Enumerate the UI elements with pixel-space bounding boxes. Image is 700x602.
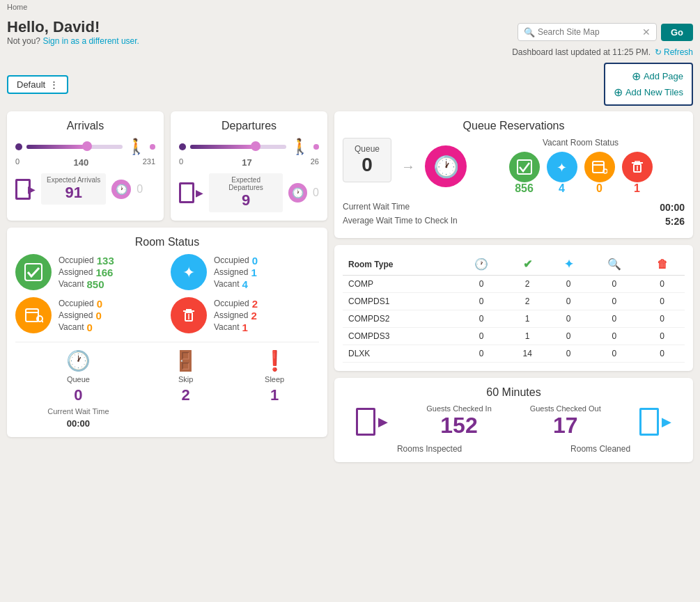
room-queue-stat: 🕐 Queue 0 Current Wait Time 00:00 xyxy=(47,349,109,429)
not-you-text: Not you? Sign in as a different user. xyxy=(7,36,139,46)
arrivals-thumb xyxy=(82,141,92,151)
table-cell: 0 xyxy=(639,276,685,293)
departures-end-dot xyxy=(313,144,319,150)
table-cell: 0 xyxy=(548,293,589,310)
vacant-orange: 0 xyxy=(584,152,615,195)
th-search: 🔍 xyxy=(589,253,639,276)
sleep-icon: ❗ xyxy=(263,349,287,372)
room-status-orange-item: Occupied0 Assigned0 Vacant0 xyxy=(15,297,164,333)
table-cell: 0 xyxy=(456,345,507,363)
table-cell: 0 xyxy=(548,345,589,363)
departures-progress-fill xyxy=(190,145,253,149)
svg-text:✦: ✦ xyxy=(557,161,567,175)
greeting: Hello, David! xyxy=(7,18,139,36)
table-cell: 0 xyxy=(639,345,685,363)
arrivals-clock-icon: 🕐 xyxy=(111,180,131,199)
table-cell: 1 xyxy=(506,328,547,345)
queue-box: Queue 0 xyxy=(343,138,391,182)
table-cell: COMPDS1 xyxy=(343,293,456,310)
refresh-link[interactable]: ↻ Refresh xyxy=(655,47,693,57)
departures-clock-val: 0 xyxy=(313,187,319,199)
table-cell: 0 xyxy=(456,276,507,293)
table-cell: 0 xyxy=(589,345,639,363)
blue-sparkle-icon: ✦ xyxy=(171,254,207,290)
table-cell: 2 xyxy=(506,276,547,293)
sixty-minutes-title: 60 Minutes xyxy=(343,386,685,399)
arrivals-expected-box: Expected Arrivals 91 xyxy=(41,173,106,205)
arrivals-clock-val: 0 xyxy=(137,183,143,196)
room-counts-blue: Occupied0 Assigned1 Vacant4 xyxy=(214,255,258,290)
search-icon: 🔍 xyxy=(524,27,535,38)
search-clear-icon[interactable]: ✕ xyxy=(642,26,651,38)
table-cell: 0 xyxy=(639,328,685,345)
queue-clock-icon: 🕐 xyxy=(66,349,91,372)
sign-in-link[interactable]: Sign in as a different user. xyxy=(42,36,139,46)
checked-out-stat: Guests Checked Out 17 xyxy=(530,404,601,438)
room-current-wait-val: 00:00 xyxy=(67,418,90,429)
svg-rect-10 xyxy=(593,161,604,173)
room-status-green-item: Occupied133 Assigned166 Vacant850 xyxy=(15,254,164,290)
arrivals-end-dot xyxy=(150,144,155,150)
room-status-card: Room Status Occupied133 Assigned166 Vaca… xyxy=(7,228,327,437)
vacant-orange-icon xyxy=(584,152,615,182)
departures-person-icon: 🚶 xyxy=(290,138,309,156)
table-cell: 0 xyxy=(639,310,685,328)
departures-arrow-icon: ▶ xyxy=(196,187,203,198)
room-current-wait-label: Current Wait Time xyxy=(47,407,109,415)
room-counts-green: Occupied133 Assigned166 Vacant850 xyxy=(59,255,114,290)
th-trash: 🗑 xyxy=(639,253,685,276)
door-out-icon: ▶ xyxy=(639,408,671,436)
table-cell: 0 xyxy=(548,310,589,328)
table-cell: DLXK xyxy=(343,345,456,363)
table-cell: 0 xyxy=(456,328,507,345)
arrivals-progress-fill xyxy=(26,145,84,149)
table-cell: COMPDS2 xyxy=(343,310,456,328)
wait-times: Current Wait Time 00:00 Average Wait Tim… xyxy=(343,202,685,227)
room-counts-red: Occupied2 Assigned2 Vacant1 xyxy=(214,298,258,333)
add-buttons-container: ⊕ Add Page ⊕ Add New Tiles xyxy=(604,63,693,106)
room-type-table-container[interactable]: Room Type 🕐 ✔ ✦ 🔍 🗑 COMP02000COMPDS10200… xyxy=(343,253,685,363)
svg-line-5 xyxy=(42,321,43,322)
vacant-red: 1 xyxy=(622,152,653,195)
arrivals-card: Arrivals 🚶 0 140 231 xyxy=(7,111,164,221)
breadcrumb: Home xyxy=(0,0,700,14)
table-cell: 2 xyxy=(506,293,547,310)
table-cell: 0 xyxy=(589,293,639,310)
add-page-button[interactable]: ⊕ Add Page xyxy=(632,70,683,83)
search-input[interactable] xyxy=(538,27,642,37)
departures-title: Departures xyxy=(179,120,319,132)
departures-door-icon xyxy=(179,182,194,203)
queue-reservations-title: Queue Reservations xyxy=(343,120,685,132)
skip-icon: 🚪 xyxy=(173,349,198,372)
green-check-icon xyxy=(15,254,52,290)
table-cell: 0 xyxy=(589,310,639,328)
table-cell: 0 xyxy=(639,293,685,310)
table-row: COMP02000 xyxy=(343,276,685,293)
room-counts-orange: Occupied0 Assigned0 Vacant0 xyxy=(59,298,102,333)
go-button[interactable]: Go xyxy=(661,24,693,41)
queue-reservations-card: Queue Reservations Queue 0 → 🕐 Vacant Ro… xyxy=(334,111,693,238)
vacant-red-icon xyxy=(622,152,653,182)
table-row: DLXK014000 xyxy=(343,345,685,363)
arrivals-labels: 0 140 231 xyxy=(15,157,155,168)
table-cell: COMP xyxy=(343,276,456,293)
th-room-type: Room Type xyxy=(343,253,456,276)
th-sparkle: ✦ xyxy=(548,253,589,276)
table-row: COMPDS102000 xyxy=(343,293,685,310)
dashboard-info: Dashboard last updated at 11:25 PM. ↻ Re… xyxy=(0,47,700,60)
arrivals-person-icon: 🚶 xyxy=(127,138,146,156)
room-status-red-item: Occupied2 Assigned2 Vacant1 xyxy=(171,297,319,333)
checked-in-stat: Guests Checked In 152 xyxy=(426,404,492,438)
room-sleep-stat: ❗ Sleep 1 xyxy=(263,349,287,429)
sixty-bottom-labels: Rooms Inspected Rooms Cleaned xyxy=(343,444,685,454)
red-trash-icon xyxy=(171,297,207,333)
table-cell: 0 xyxy=(456,293,507,310)
departures-thumb xyxy=(251,141,260,151)
plus-circle-icon-2: ⊕ xyxy=(614,86,623,99)
vacant-green: 856 xyxy=(509,152,540,195)
sixty-minutes-row: ▶ Guests Checked In 152 Guests Checked O… xyxy=(343,404,685,438)
departures-clock-icon: 🕐 xyxy=(288,183,307,203)
add-tiles-button[interactable]: ⊕ Add New Tiles xyxy=(614,86,683,99)
vacant-green-icon xyxy=(509,152,540,182)
default-button[interactable]: Default ⋮ xyxy=(7,75,68,94)
